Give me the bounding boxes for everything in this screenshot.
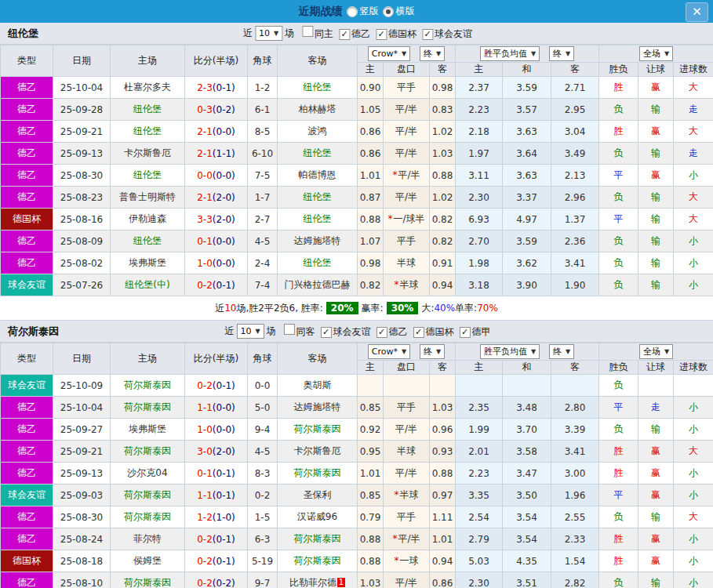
layout-radio-horizontal[interactable]: 横版 [383, 5, 415, 18]
radio-horizontal-label: 横版 [396, 5, 415, 18]
match-row: 德乙25-08-30荷尔斯泰因1-2(1-0)1-5汉诺威960.79平手1.1… [1, 506, 713, 528]
odds-time-select[interactable]: 终▼ [420, 46, 445, 61]
league-filter-checkbox[interactable] [321, 327, 332, 338]
avg-time-select[interactable]: 终▼ [549, 46, 574, 61]
odds-away-cell: 1.03 [430, 397, 456, 419]
league-cell: 德乙 [1, 77, 53, 99]
odds-away-cell: 0.82 [430, 230, 456, 252]
halftime-score: (0-0) [213, 126, 235, 137]
col-avg-draw: 和 [503, 361, 551, 375]
avg-away-cell: 1.90 [551, 274, 599, 296]
halftime-score: (1-0) [213, 512, 235, 523]
odds-home-cell: 0.88 [358, 528, 384, 550]
home-team-name: 荷尔斯泰因 [124, 489, 171, 500]
away-team-name: 达姆施塔特 [294, 401, 341, 412]
league-filter-checkbox[interactable] [376, 29, 387, 40]
handicap-name: 平/半 [395, 191, 417, 202]
league-filter-checkbox[interactable] [422, 29, 433, 40]
halftime-score: (1-1) [213, 148, 235, 159]
away-team-name: 门兴格拉德巴赫 [285, 279, 351, 290]
fulltime-score: 0-1 [197, 236, 213, 247]
avg-home-cell: 2.35 [456, 397, 503, 419]
scope-select[interactable]: 全场▼ [639, 344, 673, 359]
goals-result-cell: 走 [674, 143, 713, 165]
corner-cell: 4-5 [248, 441, 278, 463]
fulltime-score: 0-3 [197, 104, 213, 115]
let-ball-result-cell: 输 [638, 252, 674, 274]
summary-text: 40% [434, 303, 455, 314]
home-team-name: 荷尔斯泰因 [124, 445, 171, 456]
result-cell: 负 [599, 99, 638, 121]
home-team-name: 荷尔斯泰因 [124, 511, 171, 522]
avg-home-cell: 2.18 [456, 121, 503, 143]
league-filter-checkbox[interactable] [460, 327, 471, 338]
scope-select[interactable]: 全场▼ [639, 46, 673, 61]
odds-away-cell: 0.88 [430, 463, 456, 485]
odds-home-cell: 0.95 [358, 441, 384, 463]
col-avg-home: 主 [456, 63, 503, 77]
let-ball-result-cell: 赢 [638, 463, 674, 485]
col-result: 胜负 [599, 63, 638, 77]
goals-result-cell: 大 [674, 209, 713, 230]
col-goals: 进球数 [674, 361, 713, 375]
handicap-cell: 平手 [384, 397, 430, 419]
team1-summary: 近10场,胜2平2负6, 胜率:20%赢率:30%大:40% 单率:70% [0, 296, 713, 320]
result-cell: 胜 [599, 441, 638, 463]
goals-result-cell: 小 [674, 230, 713, 252]
halftime-score: (0-2) [213, 104, 235, 115]
home-team-name: 杜塞尔多夫 [124, 82, 171, 93]
goals-result-cell: 小 [674, 485, 713, 506]
away-team-name: 荷尔斯泰因 [294, 533, 341, 544]
league-filter-checkbox[interactable] [413, 327, 424, 338]
avg-time-select[interactable]: 终▼ [549, 344, 574, 359]
match-row: 球会友谊25-10-09荷尔斯泰因0-2(0-1)0-0奥胡斯负 [1, 375, 713, 397]
same-ground-label: 同主 [315, 28, 333, 39]
col-away: 客场 [278, 45, 358, 77]
handicap-cell: 平手 [384, 230, 430, 252]
chevron-down-icon: ▼ [664, 346, 669, 358]
match-count-select[interactable]: 10▼ [236, 324, 264, 339]
avg-select[interactable]: 胜平负均值▼ [480, 344, 540, 359]
odds-home-cell: 0.92 [358, 419, 384, 441]
league-filter-checkbox[interactable] [377, 327, 387, 338]
chevron-down-icon: ▼ [664, 48, 669, 60]
odds-time-select[interactable]: 终▼ [420, 344, 445, 359]
handicap-name: 半球 [397, 445, 416, 456]
odds-away-cell: 0.97 [430, 485, 456, 506]
avg-home-cell: 2.23 [456, 99, 503, 121]
same-ground-checkbox[interactable] [284, 324, 295, 335]
league-cell: 德乙 [1, 419, 53, 441]
home-team-cell: 菲尔特 [111, 528, 185, 550]
league-filter-checkbox[interactable] [339, 29, 350, 40]
odds-home-cell: 0.88 [358, 550, 384, 572]
radio-selected-icon[interactable] [383, 6, 394, 17]
result-cell: 胜 [599, 550, 638, 572]
same-ground-checkbox[interactable] [302, 26, 313, 37]
date-cell: 25-10-04 [53, 397, 111, 419]
match-count-select[interactable]: 10▼ [255, 26, 282, 41]
let-ball-result-cell: 输 [638, 209, 674, 230]
filter-bar: 近 10▼ 场 同主德乙德国杯球会友谊 [241, 26, 472, 41]
avg-select[interactable]: 胜平负均值▼ [480, 46, 540, 61]
chevron-down-icon: ▼ [566, 48, 570, 60]
bookmaker-select[interactable]: Crow*▼ [368, 46, 410, 61]
col-avg-home: 主 [456, 361, 503, 375]
corner-cell: 5-0 [248, 397, 278, 419]
handicap-cell: *平/半 [384, 165, 430, 187]
close-icon[interactable]: ✕ [686, 2, 708, 22]
halftime-score: (0-0) [213, 402, 235, 413]
bookmaker-select[interactable]: Crow*▼ [368, 344, 410, 359]
let-ball-result-cell [638, 375, 674, 397]
away-team-name: 荷尔斯泰因 [294, 555, 341, 566]
radio-unselected-icon[interactable] [347, 6, 358, 17]
avg-draw-cell: 3.50 [503, 485, 551, 506]
layout-radio-vertical[interactable]: 竖版 [347, 5, 379, 18]
fulltime-score: 0-2 [197, 578, 213, 588]
corner-cell: 2-7 [248, 209, 278, 230]
col-handicap: 盘口 [384, 361, 430, 375]
panel-title: 近期战绩 [299, 5, 343, 19]
home-team-cell: 荷尔斯泰因 [111, 485, 185, 506]
halftime-score: (0-2) [213, 578, 235, 588]
fulltime-score: 1-2 [197, 512, 213, 523]
handicap-name: 平手 [397, 235, 416, 246]
